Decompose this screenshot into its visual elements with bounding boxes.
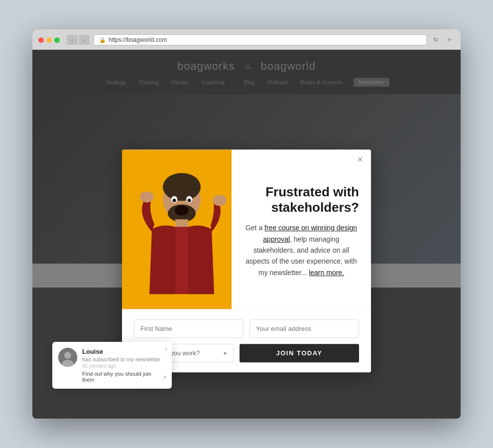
chevron-right-icon: ›: [164, 374, 166, 380]
form-row-1: [134, 319, 359, 338]
new-tab-button[interactable]: +: [445, 35, 455, 45]
browser-window: ‹ › 🔒 https://boagworld.com ↻ + boagwork…: [32, 29, 461, 419]
toast-content: Louise has subscribed to my newsletter 4…: [82, 348, 166, 383]
toast-message: has subscribed to my newsletter: [82, 356, 166, 362]
svg-point-6: [173, 199, 176, 202]
toast-user-name: Louise: [82, 348, 166, 355]
close-traffic-light[interactable]: [38, 37, 44, 43]
svg-rect-9: [175, 227, 188, 294]
notification-toast: Louise has subscribed to my newsletter 4…: [52, 342, 172, 389]
svg-point-13: [64, 352, 71, 359]
browser-chrome: ‹ › 🔒 https://boagworld.com ↻ +: [32, 29, 461, 50]
refresh-button[interactable]: ↻: [431, 35, 441, 45]
svg-point-7: [188, 199, 191, 202]
fullscreen-traffic-light[interactable]: [54, 37, 60, 43]
modal-top-section: Frustrated with stakeholders? Get a free…: [122, 149, 371, 309]
minimize-traffic-light[interactable]: [46, 37, 52, 43]
join-today-button[interactable]: JOIN TODAY: [240, 344, 359, 362]
modal-image-area: [122, 149, 232, 309]
svg-point-3: [175, 205, 189, 215]
modal-popup: ×: [122, 149, 371, 372]
toast-timestamp: 42 minutes ago: [82, 363, 166, 369]
modal-headline: Frustrated with stakeholders?: [244, 184, 359, 215]
modal-body-text: Get a free course on winning design appr…: [244, 222, 359, 278]
svg-point-1: [163, 173, 201, 201]
toast-close-button[interactable]: ×: [164, 346, 168, 353]
toast-link-text: Find out why you should join them: [82, 371, 162, 383]
forward-button[interactable]: ›: [79, 35, 90, 45]
address-bar[interactable]: 🔒 https://boagworld.com: [94, 34, 427, 45]
modal-close-button[interactable]: ×: [354, 153, 366, 165]
back-button[interactable]: ‹: [67, 35, 78, 45]
first-name-input[interactable]: [134, 319, 244, 338]
person-image: [122, 149, 232, 309]
toast-join-link[interactable]: Find out why you should join them ›: [82, 371, 166, 383]
website-content: boagworks & boagworld Strategy Training …: [32, 50, 461, 419]
email-input[interactable]: [249, 319, 359, 338]
toast-avatar: [58, 348, 77, 367]
svg-point-11: [213, 195, 227, 206]
modal-content-area: Frustrated with stakeholders? Get a free…: [232, 149, 371, 309]
body-prefix: Get a: [246, 224, 264, 232]
nav-arrows: ‹ ›: [67, 35, 90, 45]
body-link-learn-more[interactable]: learn more.: [309, 269, 344, 277]
lock-icon: 🔒: [99, 37, 106, 43]
url-text: https://boagworld.com: [109, 36, 167, 43]
svg-point-10: [140, 191, 154, 202]
traffic-lights: [38, 37, 60, 43]
